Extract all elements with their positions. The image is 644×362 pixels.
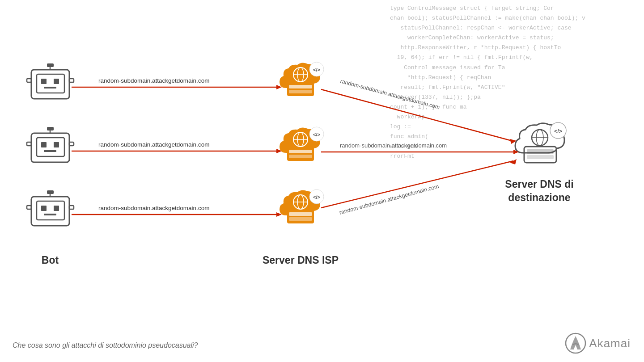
svg-line-69 bbox=[321, 161, 513, 208]
svg-rect-21 bbox=[54, 206, 59, 211]
diag-domain-label-2: random-subdomain.attackgetdomain.com bbox=[340, 142, 447, 149]
svg-rect-17 bbox=[47, 127, 54, 130]
svg-rect-52 bbox=[527, 149, 554, 154]
svg-rect-13 bbox=[44, 150, 56, 152]
svg-rect-36 bbox=[289, 150, 312, 153]
dns-dest-label-line2: destinazione bbox=[508, 192, 570, 203]
dns-dest-label-line1: Server DNS di bbox=[505, 178, 573, 190]
svg-line-65 bbox=[321, 89, 513, 141]
diag-domain-label-1: random-subdomain.attackgetdomain.com bbox=[339, 78, 441, 110]
svg-rect-4 bbox=[44, 87, 56, 88]
bottom-caption: Che cosa sono gli attacchi di sottodomin… bbox=[13, 341, 198, 349]
svg-rect-51 bbox=[524, 147, 556, 163]
svg-rect-53 bbox=[527, 155, 554, 159]
diagram-svg: Bot </> </> </> bbox=[0, 0, 644, 362]
akamai-logo-text: Akamai bbox=[589, 337, 631, 350]
svg-rect-12 bbox=[54, 142, 59, 147]
svg-rect-19 bbox=[37, 201, 64, 220]
svg-rect-3 bbox=[54, 79, 59, 84]
domain-label-3: random-subdomain.attackgetdomain.com bbox=[98, 205, 209, 211]
svg-rect-10 bbox=[37, 138, 64, 156]
svg-rect-27 bbox=[287, 83, 314, 96]
svg-rect-35 bbox=[287, 147, 314, 161]
bot-label: Bot bbox=[42, 254, 59, 266]
svg-rect-37 bbox=[289, 155, 312, 158]
akamai-logo-icon bbox=[565, 333, 586, 354]
svg-rect-43 bbox=[287, 210, 314, 223]
svg-rect-8 bbox=[47, 63, 54, 67]
svg-rect-26 bbox=[47, 190, 54, 194]
svg-text:</>: </> bbox=[554, 128, 562, 135]
svg-rect-11 bbox=[41, 142, 47, 147]
svg-text:</>: </> bbox=[313, 194, 320, 200]
svg-rect-44 bbox=[289, 212, 312, 216]
svg-rect-20 bbox=[41, 206, 47, 211]
domain-label-1: random-subdomain.attackgetdomain.com bbox=[98, 77, 209, 84]
domain-label-2: random-subdomain.attackgetdomain.com bbox=[98, 141, 209, 148]
svg-rect-29 bbox=[289, 90, 312, 93]
svg-rect-45 bbox=[289, 217, 312, 221]
svg-text:</>: </> bbox=[313, 67, 320, 72]
svg-rect-28 bbox=[289, 85, 312, 88]
svg-rect-22 bbox=[44, 214, 56, 215]
svg-text:</>: </> bbox=[313, 132, 320, 137]
akamai-logo: Akamai bbox=[565, 333, 631, 354]
svg-rect-2 bbox=[41, 79, 47, 84]
dns-isp-label: Server DNS ISP bbox=[263, 254, 339, 266]
svg-rect-1 bbox=[37, 74, 64, 93]
